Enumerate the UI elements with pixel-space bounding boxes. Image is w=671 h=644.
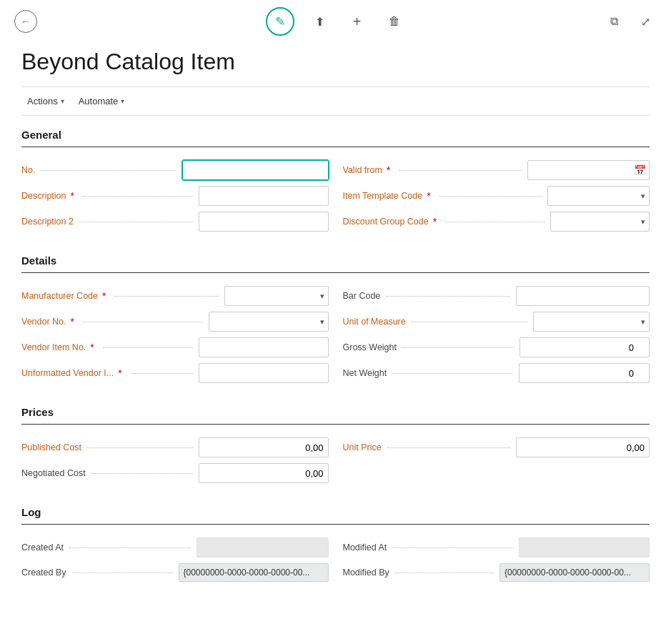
modified-by-input — [499, 563, 650, 582]
general-fields: No. Description * Description 2 Val — [21, 157, 650, 234]
created-at-dots — [69, 548, 191, 548]
no-input[interactable] — [182, 160, 328, 180]
barcode-row: Bar Code — [343, 283, 650, 309]
vendor-no-select-wrapper: ▾ — [209, 312, 329, 332]
gross-weight-label: Gross Weight — [343, 342, 397, 352]
log-section-title: Log — [21, 493, 650, 524]
created-by-row: Created By — [21, 560, 329, 585]
form-content: General No. Description * Description 2 — [0, 116, 671, 606]
vendor-item-no-required: * — [90, 342, 94, 353]
unit-of-measure-label: Unit of Measure — [343, 317, 406, 327]
description-dots — [83, 196, 193, 197]
gross-weight-input[interactable] — [520, 337, 650, 357]
published-cost-input[interactable] — [199, 437, 329, 457]
unit-price-input[interactable] — [516, 437, 650, 457]
negotiated-cost-input[interactable] — [199, 463, 329, 483]
vendor-item-no-label: Vendor Item No. — [21, 342, 86, 352]
back-button[interactable]: ← — [14, 10, 37, 33]
modified-by-label: Modified By — [343, 568, 389, 578]
delete-button[interactable]: 🗑 — [383, 10, 406, 33]
description2-row: Description 2 — [21, 209, 329, 234]
published-cost-dots — [87, 447, 192, 448]
prices-right-col: Unit Price — [343, 435, 650, 486]
no-dots — [41, 170, 177, 171]
unit-of-measure-row: Unit of Measure ▾ — [343, 309, 650, 335]
created-at-label: Created At — [21, 543, 64, 553]
window-controls: ⧉ ⤢ — [602, 10, 657, 33]
delete-icon: 🗑 — [389, 15, 400, 28]
add-button[interactable]: + — [346, 10, 369, 33]
description-input[interactable] — [199, 186, 329, 206]
vendor-item-no-row: Vendor Item No. * — [21, 335, 329, 360]
valid-from-date-wrapper: 📅 — [527, 160, 650, 180]
valid-from-input[interactable] — [527, 160, 650, 180]
description2-dots — [79, 222, 193, 222]
manufacturer-row: Manufacturer Code * ▾ — [21, 283, 329, 309]
modified-at-input — [519, 538, 650, 558]
prices-left-col: Published Cost Negotiated Cost — [21, 435, 329, 486]
created-by-label: Created By — [21, 568, 66, 578]
unformatted-vendor-row: Unformatted Vendor I... * — [21, 360, 329, 386]
description-row: Description * — [21, 183, 329, 209]
created-by-input — [179, 563, 329, 582]
discount-group-select[interactable] — [550, 212, 650, 232]
gross-weight-row: Gross Weight — [343, 335, 650, 360]
modified-by-row: Modified By — [343, 560, 650, 585]
details-fields: Manufacturer Code * ▾ Vendor No. * — [21, 283, 650, 386]
page-title: Beyond Catalog Item — [0, 43, 671, 86]
actions-menu-button[interactable]: Actions ▾ — [21, 93, 70, 109]
no-row: No. — [21, 157, 329, 183]
negotiated-cost-label: Negotiated Cost — [21, 468, 86, 478]
log-left-col: Created At Created By — [21, 535, 329, 585]
top-bar: ← ✎ ⬆ + 🗑 ⧉ ⤢ — [0, 0, 671, 43]
no-label: No. — [21, 165, 35, 175]
unit-of-measure-dots — [412, 322, 528, 322]
manufacturer-select-wrapper: ▾ — [224, 286, 329, 306]
unit-price-row: Unit Price — [343, 435, 650, 460]
share-button[interactable]: ⬆ — [309, 10, 332, 33]
barcode-dots — [386, 296, 510, 297]
barcode-label: Bar Code — [343, 291, 381, 301]
unformatted-vendor-label: Unformatted Vendor I... — [21, 368, 114, 378]
modified-at-dots — [392, 548, 513, 548]
general-divider — [21, 147, 650, 147]
negotiated-cost-row: Negotiated Cost — [21, 460, 329, 486]
fullscreen-icon: ⤢ — [641, 15, 650, 29]
automate-chevron: ▾ — [121, 97, 124, 105]
details-section-title: Details — [21, 242, 650, 272]
log-fields: Created At Created By Modified At Modifi… — [21, 535, 650, 585]
item-template-select[interactable] — [547, 186, 650, 206]
edit-button[interactable]: ✎ — [266, 7, 294, 36]
discount-group-label: Discount Group Code — [343, 217, 429, 227]
net-weight-input[interactable] — [519, 363, 650, 383]
fullscreen-button[interactable]: ⤢ — [634, 10, 657, 33]
gross-weight-dots — [402, 347, 514, 348]
unformatted-vendor-input[interactable] — [199, 363, 329, 383]
vendor-item-no-input[interactable] — [199, 337, 329, 357]
modified-at-row: Modified At — [343, 535, 650, 560]
description2-input[interactable] — [199, 212, 329, 232]
created-at-input — [197, 538, 328, 558]
created-at-row: Created At — [21, 535, 329, 560]
valid-from-row: Valid from * 📅 — [343, 157, 650, 183]
manufacturer-select[interactable] — [224, 286, 329, 306]
log-divider — [21, 524, 650, 525]
automate-menu-button[interactable]: Automate ▾ — [73, 93, 131, 109]
expand-button[interactable]: ⧉ — [602, 10, 625, 33]
negotiated-cost-dots — [91, 473, 193, 474]
item-template-dots — [439, 196, 542, 197]
automate-label: Automate — [79, 96, 119, 106]
discount-group-row: Discount Group Code * ▾ — [343, 209, 650, 234]
manufacturer-dots — [114, 296, 219, 297]
back-icon: ← — [21, 16, 31, 27]
unformatted-vendor-dots — [131, 373, 193, 374]
barcode-input[interactable] — [516, 286, 650, 306]
unit-of-measure-select[interactable] — [533, 312, 650, 332]
valid-from-label: Valid from — [343, 165, 382, 175]
vendor-no-select[interactable] — [209, 312, 329, 332]
vendor-no-dots — [83, 322, 203, 322]
prices-fields: Published Cost Negotiated Cost Unit Pric… — [21, 435, 650, 486]
prices-section-title: Prices — [21, 393, 650, 424]
details-divider — [21, 272, 650, 273]
share-icon: ⬆ — [315, 15, 324, 29]
